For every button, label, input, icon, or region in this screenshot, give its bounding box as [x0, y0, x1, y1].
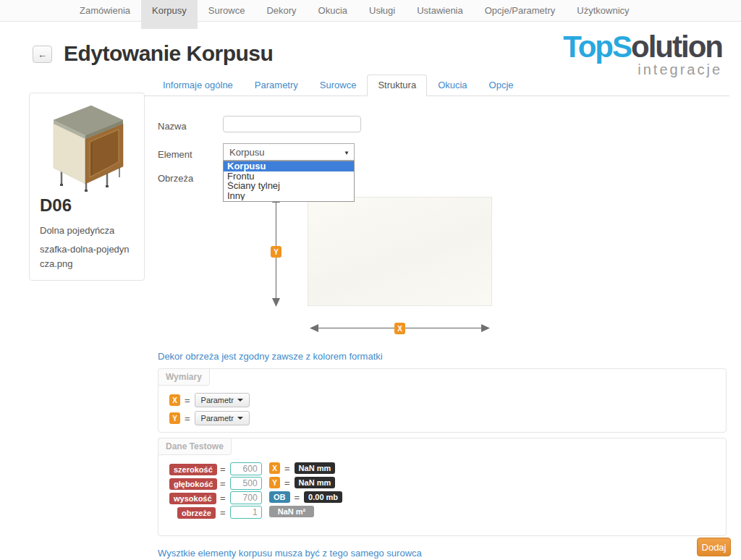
row-output-x: X = NaN mm	[269, 462, 335, 474]
nav-item-okucia[interactable]: Okucia	[308, 0, 358, 22]
ob-result-badge: 0.00 mb	[304, 491, 342, 503]
y-axis-badge: Y	[169, 412, 180, 424]
tab-parametry[interactable]: Parametry	[244, 75, 309, 96]
dropdown-option-sciany-tylnej[interactable]: Ściany tylnej	[224, 181, 354, 191]
equals-sign: =	[220, 464, 226, 475]
row-output-y: Y = NaN mm	[269, 477, 335, 488]
szerokosc-input[interactable]	[230, 462, 262, 475]
row-output-ob: OB = 0.00 mb	[269, 491, 342, 503]
caret-down-icon	[237, 399, 243, 402]
nav-item-uslugi[interactable]: Usługi	[358, 0, 406, 22]
nazwa-label: Nazwa	[158, 121, 187, 132]
tab-informacje-ogolne[interactable]: Informaje ogólne	[152, 75, 244, 96]
dropdown-option-frontu[interactable]: Frontu	[224, 171, 354, 182]
obrzeze-input[interactable]	[230, 506, 262, 519]
dropdown-option-korpusu[interactable]: Korpusu	[224, 161, 354, 171]
nav-item-uzytkownicy[interactable]: Użytkownicy	[566, 0, 640, 22]
logo-top: Top	[563, 30, 612, 64]
wysokosc-badge: wysokość	[169, 493, 216, 504]
equals-sign: =	[295, 492, 300, 503]
tab-surowce[interactable]: Surowce	[309, 75, 368, 96]
szerokosc-badge: szerokość	[169, 464, 217, 475]
parametr-label: Parametr	[201, 414, 234, 423]
y-axis-badge: Y	[271, 246, 281, 258]
topsolution-logo: TopSolution integracje	[563, 32, 722, 77]
parametr-label: Parametr	[201, 396, 234, 404]
y-axis-badge: Y	[269, 477, 280, 488]
nazwa-input[interactable]	[223, 116, 361, 132]
wymiary-row-x: X = Parametr	[169, 393, 250, 407]
x-axis-badge: X	[269, 462, 280, 474]
ob-badge: OB	[269, 491, 290, 503]
same-material-note: Wysztkie elementy korpusu musza być z te…	[158, 548, 422, 559]
wysokosc-input[interactable]	[230, 491, 262, 504]
x-result-badge: NaN mm	[295, 462, 336, 474]
wymiary-panel: Wymiary X = Parametr Y = Parametr	[158, 368, 727, 433]
y-result-badge: NaN mm	[295, 477, 336, 488]
app-window: Zamówienia Korpusy Surowce Dekory Okucia…	[0, 0, 741, 560]
caret-down-icon	[237, 417, 243, 420]
obrzeza-label: Obrzeża	[158, 173, 193, 184]
equals-sign: =	[185, 413, 190, 424]
tab-struktura[interactable]: Struktura	[367, 75, 427, 96]
logo-olution: olution	[631, 30, 722, 64]
equals-sign: =	[220, 493, 226, 504]
obrzeze-badge: obrzeże	[177, 507, 216, 519]
glebokosc-badge: głębokość	[169, 478, 217, 490]
wymiary-row-y: Y = Parametr	[169, 411, 250, 425]
dodaj-button[interactable]: Dodaj	[697, 538, 731, 556]
nav-item-dekory[interactable]: Dekory	[255, 0, 307, 22]
row-glebokosc: głębokość =	[169, 477, 262, 490]
element-dropdown-list: Korpusu Frontu Ściany tylnej Inny	[223, 161, 355, 202]
equals-sign: =	[284, 463, 290, 474]
x-parametr-dropdown-button[interactable]: Parametr	[195, 393, 250, 407]
top-navigation: Zamówienia Korpusy Surowce Dekory Okucia…	[0, 0, 741, 22]
wymiary-panel-tab: Wymiary	[158, 368, 210, 386]
equals-sign: =	[220, 507, 226, 518]
tab-opcje[interactable]: Opcje	[478, 75, 525, 96]
row-szerokosc: szerokość =	[169, 462, 262, 475]
area-result-badge: NaN m²	[269, 506, 314, 517]
back-arrow-icon: ←	[38, 49, 47, 60]
nav-item-zamowienia[interactable]: Zamówienia	[69, 0, 141, 22]
product-code: D06	[40, 195, 144, 216]
edge-color-note: Dekor obrzeża jest zgodny zawsze z kolor…	[158, 351, 383, 362]
nav-item-surowce[interactable]: Surowce	[198, 0, 256, 22]
nav-item-korpusy[interactable]: Korpusy	[141, 0, 198, 29]
element-label: Element	[158, 149, 192, 160]
dropdown-option-inny[interactable]: Inny	[224, 191, 354, 201]
logo-wordmark: TopSolution	[563, 32, 722, 62]
nav-item-ustawienia[interactable]: Ustawienia	[406, 0, 474, 22]
panel-preview	[308, 197, 492, 306]
y-parametr-dropdown-button[interactable]: Parametr	[195, 411, 250, 425]
back-button[interactable]: ←	[33, 46, 52, 63]
row-wysokosc: wysokość =	[169, 491, 262, 504]
dane-testowe-panel-tab: Dane Testowe	[158, 438, 232, 455]
dane-testowe-panel: Dane Testowe szerokość = głębokość = wys…	[158, 438, 727, 536]
page-title: Edytowanie Korpusu	[64, 41, 273, 66]
x-axis-badge: X	[394, 323, 405, 334]
product-filename: szafka-dolna-pojedyncza.png	[40, 242, 134, 271]
row-output-area: NaN m²	[269, 506, 314, 517]
product-card: D06 Dolna pojedyńcza szafka-dolna-pojedy…	[29, 93, 145, 281]
product-name: Dolna pojedyńcza	[40, 225, 144, 236]
nav-item-opcje-parametry[interactable]: Opcje/Parametry	[474, 0, 567, 22]
element-selected-value: Korpusu	[229, 147, 264, 158]
equals-sign: =	[284, 478, 290, 488]
row-obrzeze: obrzeże =	[169, 506, 262, 519]
x-axis-badge: X	[169, 394, 180, 406]
glebokosc-input[interactable]	[230, 477, 262, 490]
cabinet-3d-image	[43, 102, 130, 192]
select-caret-icon: ▼	[344, 150, 350, 156]
tab-okucia[interactable]: Okucia	[427, 75, 478, 96]
equals-sign: =	[220, 478, 226, 489]
equals-sign: =	[185, 395, 190, 406]
tab-bar: Informaje ogólne Parametry Surowce Struk…	[142, 75, 729, 96]
logo-s: S	[612, 30, 631, 64]
element-select[interactable]: Korpusu ▼	[223, 143, 355, 161]
